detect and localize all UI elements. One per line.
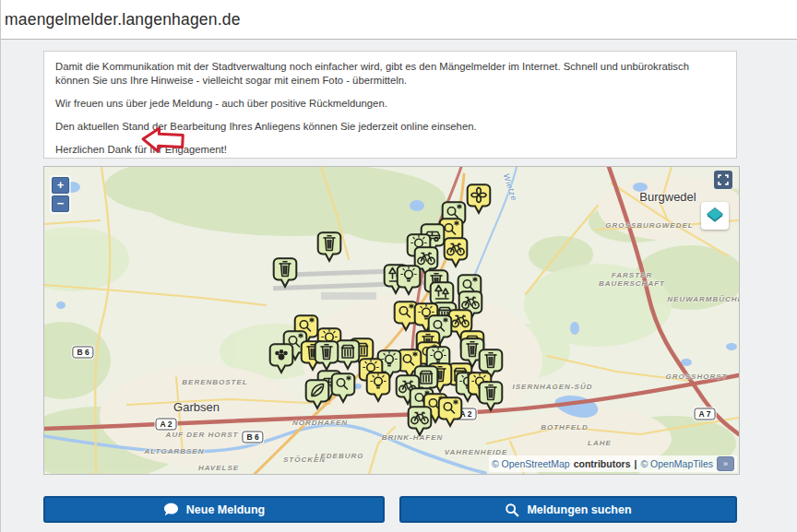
zoom-out-button[interactable]: − [52, 195, 69, 212]
map-label: LEDEBURG [315, 452, 364, 460]
map-label: NEUWARMBÜCHEN [667, 295, 740, 303]
red-arrow-annotation [140, 124, 186, 156]
map-label: GROSSHORST [666, 372, 728, 381]
map-label: Burgwedel [639, 190, 696, 204]
map-marker-bulb[interactable] [396, 265, 422, 296]
map-label: STÖCKEN [283, 455, 326, 464]
fullscreen-button[interactable] [714, 171, 732, 189]
map-label: ISERNHAGEN-SÜD [513, 383, 593, 391]
map-label: NORDHAFEN [292, 419, 348, 427]
osm-link[interactable]: © OpenStreetMap [492, 458, 570, 469]
attribution-expand-button[interactable]: » [717, 456, 734, 471]
page: { "page": { "title": "maengelmelder.lang… [0, 0, 797, 532]
road-shield: B 6 [72, 347, 93, 359]
attribution-separator: | [635, 458, 637, 469]
map-label: AUF DER HORST [166, 431, 239, 439]
map-marker-bulb[interactable] [365, 372, 391, 403]
map-marker-trash[interactable] [316, 231, 342, 263]
intro-paragraph-1: Damit die Kommunikation mit der Stadtver… [55, 60, 725, 88]
map-label: BERENBOSTEL [182, 378, 247, 386]
map-marker-magnifier[interactable] [330, 372, 356, 404]
zoom-in-button[interactable]: + [52, 177, 69, 194]
fullscreen-icon [717, 173, 730, 186]
intro-paragraph-2: Wir freuen uns über jede Meldung - auch … [55, 97, 725, 111]
map-label: LAHE [588, 439, 612, 447]
map-label: BOTHFELD [541, 423, 589, 432]
openmaptiles-link[interactable]: © OpenMapTiles [640, 458, 713, 469]
map-overlay: BurgwedelGarbsenGROSSBURGWEDELFARSTER BA… [44, 167, 739, 474]
map-label: FARSTER BAUERSCHAFT [599, 271, 665, 288]
site-title: maengelmelder.langenhagen.de [5, 10, 241, 30]
search-reports-label: Meldungen suchen [527, 503, 631, 516]
map-marker-playground[interactable] [466, 183, 492, 215]
map-attribution: © OpenStreetMap contributors | © OpenMap… [489, 455, 737, 472]
speech-bubble-icon [163, 502, 179, 516]
map-label: GROSSBURGWEDEL [605, 221, 693, 230]
new-report-button[interactable]: Neue Meldung [43, 496, 385, 523]
map-marker-leaf[interactable] [304, 379, 330, 410]
layer-switcher-button[interactable] [701, 202, 729, 230]
map-marker-magnifier[interactable] [437, 396, 463, 428]
map-marker-bike[interactable] [443, 237, 469, 268]
map-marker-trash[interactable] [314, 340, 339, 372]
road-shield: B 6 [242, 432, 263, 443]
contributors-label: contributors [574, 458, 631, 469]
browser-header: maengelmelder.langenhagen.de [1, 0, 797, 40]
new-report-label: Neue Meldung [186, 503, 265, 516]
search-icon [505, 502, 519, 517]
road-shield: A 7 [695, 408, 716, 420]
map-label: Wietze [502, 172, 519, 202]
map-marker-trash[interactable] [272, 257, 298, 289]
map-marker-trash[interactable] [478, 381, 504, 412]
map-label: HAVELSE [198, 464, 239, 472]
map-marker-paw[interactable] [268, 343, 294, 374]
map-label: ALTGARBSEN [145, 447, 205, 455]
road-shield: A 2 [156, 419, 177, 431]
search-reports-button[interactable]: Meldungen suchen [399, 496, 737, 523]
map-marker-bike[interactable] [407, 406, 433, 437]
map-canvas[interactable]: BurgwedelGarbsenGROSSBURGWEDELFARSTER BA… [43, 166, 740, 475]
map-label: Garbsen [173, 400, 220, 414]
layers-icon [704, 205, 726, 227]
map-zoom-control: + − [50, 175, 71, 214]
